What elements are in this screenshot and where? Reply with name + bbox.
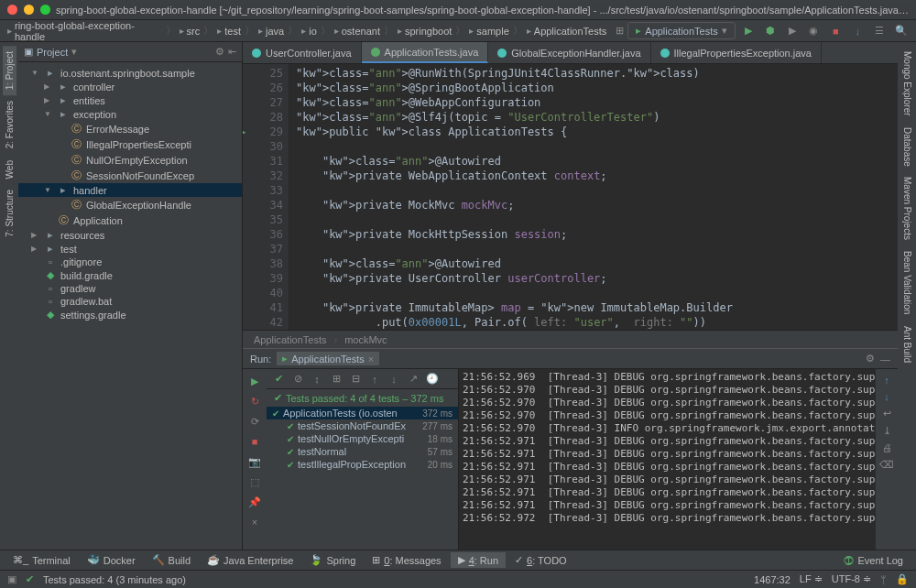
editor-tab[interactable]: GlobalExceptionHandler.java	[488, 42, 650, 63]
vcs-commit-button[interactable]: ☰	[870, 22, 889, 40]
run-minimize-icon[interactable]: —	[880, 354, 890, 365]
bottom-tab[interactable]: ✓6: TODO	[507, 552, 574, 568]
expand-all-button[interactable]: ⊞	[328, 371, 344, 387]
project-collapse-icon[interactable]: ⇤	[228, 46, 236, 58]
tree-item[interactable]: ⒸErrorMessage	[18, 121, 242, 136]
caret-position[interactable]: 1467:32	[754, 574, 791, 585]
left-tab[interactable]: Web	[3, 155, 16, 184]
debug-button[interactable]: ⬢	[761, 22, 780, 40]
editor-content[interactable]: "kw">class="ann">@RunWith(SpringJUnit4Cl…	[289, 64, 898, 330]
tree-item[interactable]: ▼▸handler	[18, 183, 242, 197]
status-tool-windows-icon[interactable]: ▣	[7, 573, 16, 585]
tree-item[interactable]: ▶▸resources	[18, 228, 242, 242]
toggle-autotest-button[interactable]: ⟳	[246, 413, 263, 430]
breadcrumb-item[interactable]: ▸ostenant	[333, 26, 382, 37]
minimize-window-icon[interactable]	[24, 5, 34, 15]
left-tab[interactable]: 7: Structure	[3, 184, 16, 243]
close-run-tab-icon[interactable]: ×	[368, 354, 374, 365]
restore-layout-button[interactable]: ⬚	[246, 474, 263, 490]
print-icon[interactable]: 🖨	[882, 442, 892, 453]
file-encoding[interactable]: UTF-8 ≑	[832, 573, 871, 585]
test-item[interactable]: ✔ApplicationTests (io.osten372 ms	[267, 407, 458, 419]
tree-item[interactable]: ▫gradlew	[18, 282, 242, 295]
breadcrumb-item[interactable]: ▸src	[178, 26, 202, 37]
search-everywhere-button[interactable]: 🔍	[892, 22, 911, 40]
stop-button[interactable]: ■	[826, 22, 845, 40]
stop-tests-button[interactable]: ■	[246, 433, 263, 450]
breadcrumb-item[interactable]: ▸springboot	[396, 26, 453, 37]
console-output[interactable]: 21:56:52.969 [Thread-3] DEBUG org.spring…	[459, 369, 876, 550]
breadcrumb-item[interactable]: ▸io	[300, 26, 319, 37]
project-tree[interactable]: ▼▸io.ostenant.springboot.sample▶▸control…	[18, 62, 242, 550]
history-button[interactable]: 🕘	[424, 371, 441, 387]
tree-item[interactable]: ⒸIllegalPropertiesExcepti	[18, 136, 242, 152]
vcs-update-button[interactable]: ↓	[848, 22, 867, 40]
run-config-sticky-icon[interactable]: ⊞	[616, 25, 624, 37]
tree-item[interactable]: ⒸApplication	[18, 212, 242, 228]
close-window-icon[interactable]	[7, 5, 17, 15]
bottom-tab[interactable]: ☕Java Enterprise	[200, 552, 300, 568]
git-branch-icon[interactable]: ᛘ	[880, 574, 887, 585]
test-item[interactable]: ✔testSessionNotFoundEx277 ms	[267, 419, 458, 432]
breadcrumb-item[interactable]: ▸ApplicationTests	[525, 26, 609, 37]
bottom-tab[interactable]: ⊞0: Messages	[365, 552, 448, 568]
editor-tab[interactable]: UserController.java	[243, 42, 362, 63]
run-button[interactable]: ▶	[739, 22, 758, 40]
breadcrumb-item[interactable]: ▸ring-boot-global-exception-handle	[5, 20, 164, 42]
scroll-down-icon[interactable]: ↓	[884, 391, 889, 402]
editor-tab[interactable]: ApplicationTests.java	[362, 42, 489, 63]
run-configuration-selector[interactable]: ▸ ApplicationTests ▾	[627, 22, 736, 39]
right-tab[interactable]: Mongo Explorer	[900, 46, 914, 122]
next-test-button[interactable]: ↓	[386, 371, 402, 387]
pin-tab-button[interactable]: 📌	[246, 494, 263, 510]
tree-item[interactable]: ⒸNullOrEmptyException	[18, 152, 242, 168]
rerun-button[interactable]: ▶	[246, 373, 263, 389]
coverage-button[interactable]: ▶	[783, 22, 802, 40]
tree-item[interactable]: ▶▸controller	[18, 80, 242, 93]
breadcrumb-item[interactable]: ▸sample	[467, 26, 510, 37]
test-item[interactable]: ✔testNormal57 ms	[267, 445, 458, 458]
left-tab[interactable]: 1: Project	[3, 46, 16, 95]
collapse-all-button[interactable]: ⊟	[347, 371, 364, 387]
right-tab[interactable]: Maven Projects	[900, 171, 914, 245]
test-tree[interactable]: ✔ApplicationTests (io.osten372 ms✔testSe…	[267, 407, 458, 550]
soft-wrap-icon[interactable]: ↩	[883, 408, 891, 419]
lock-icon[interactable]: 🔒	[896, 573, 909, 585]
sort-button[interactable]: ↕	[309, 371, 325, 387]
run-config-tab[interactable]: ▸ ApplicationTests ×	[277, 352, 379, 365]
right-tab[interactable]: Ant Build	[900, 321, 914, 368]
project-settings-icon[interactable]: ⚙	[215, 46, 224, 58]
tree-item[interactable]: ▶▸test	[18, 242, 242, 256]
bottom-tab[interactable]: 🐳Docker	[80, 552, 143, 568]
bottom-tab[interactable]: ▶4: Run	[451, 552, 506, 568]
editor-tab[interactable]: IllegalPropertiesException.java	[651, 42, 822, 63]
bottom-tab[interactable]: 🔨Build	[145, 552, 198, 568]
close-tab-button[interactable]: ×	[246, 514, 263, 530]
right-tab[interactable]: Bean Validation	[900, 245, 914, 320]
code-editor[interactable]: 2526272829▶30313233343536373839404142434…	[243, 64, 898, 330]
scroll-to-end-icon[interactable]: ⤓	[883, 425, 891, 437]
breadcrumb-item[interactable]: ▸java	[256, 26, 286, 37]
bottom-tab[interactable]: 🍃Spring	[302, 552, 363, 568]
breadcrumb-item[interactable]: ▸test	[215, 26, 243, 37]
dump-threads-button[interactable]: 📷	[246, 453, 263, 470]
tree-item[interactable]: ◆build.gradle	[18, 268, 242, 282]
line-separator[interactable]: LF ≑	[800, 573, 823, 585]
bottom-tab[interactable]: ⌘_Terminal	[5, 552, 78, 568]
tree-item[interactable]: ◆settings.gradle	[18, 308, 242, 321]
left-tab[interactable]: 2: Favorites	[3, 95, 16, 154]
rerun-failed-button[interactable]: ↻	[246, 393, 263, 409]
show-passed-button[interactable]: ✔	[270, 371, 287, 387]
show-ignored-button[interactable]: ⊘	[289, 371, 306, 387]
tree-item[interactable]: ▫.gitignore	[18, 256, 242, 268]
tree-item[interactable]: ⒸSessionNotFoundExcep	[18, 168, 242, 183]
tree-item[interactable]: ▼▸io.ostenant.springboot.sample	[18, 66, 242, 80]
tree-item[interactable]: ⒸGlobalExceptionHandle	[18, 197, 242, 212]
event-log-tab[interactable]: ⓵ Event Log	[836, 553, 911, 568]
run-settings-icon[interactable]: ⚙	[866, 353, 875, 365]
breadcrumb-class[interactable]: ApplicationTests	[254, 334, 327, 345]
tree-item[interactable]: ▫gradlew.bat	[18, 295, 242, 308]
right-tab[interactable]: Database	[900, 122, 914, 172]
prev-test-button[interactable]: ↑	[366, 371, 383, 387]
tree-item[interactable]: ▼▸exception	[18, 107, 242, 121]
